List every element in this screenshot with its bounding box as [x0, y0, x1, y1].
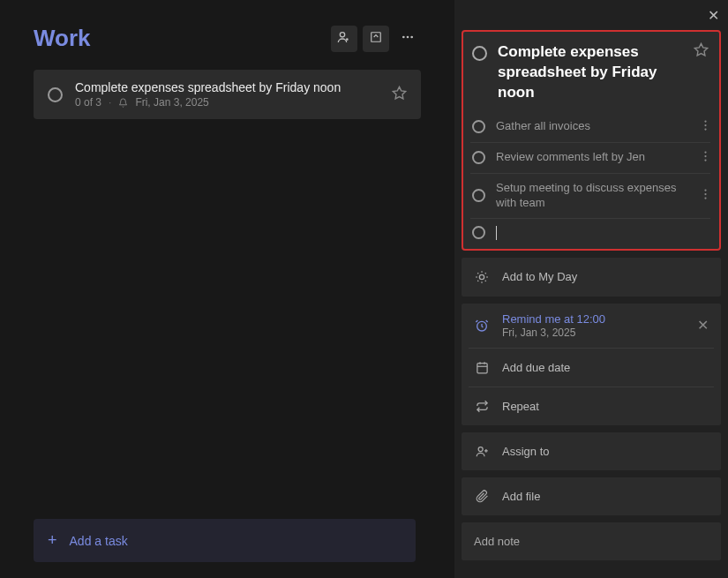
reminder-time: Remind me at 12:00 [502, 312, 685, 326]
svg-point-14 [704, 189, 706, 191]
step-circle [472, 226, 485, 239]
svg-point-31 [478, 447, 483, 451]
person-plus-icon [337, 30, 351, 48]
task-complete-circle[interactable] [48, 87, 63, 102]
svg-line-24 [477, 280, 478, 281]
person-plus-icon [474, 445, 490, 458]
remove-reminder-button[interactable]: ✕ [697, 317, 709, 334]
svg-rect-2 [372, 32, 381, 41]
add-to-my-day-label: Add to My Day [502, 270, 577, 283]
step-menu-button[interactable] [702, 150, 709, 166]
add-task-label: Add a task [70, 534, 128, 548]
alarm-icon [474, 319, 490, 333]
svg-point-8 [704, 120, 706, 122]
svg-point-15 [704, 193, 706, 195]
svg-point-5 [410, 35, 413, 38]
step-text: Setup meeting to discuss expenses with t… [496, 181, 692, 211]
add-task-bar[interactable]: + Add a task [34, 519, 416, 562]
share-button[interactable] [331, 26, 357, 52]
calendar-icon [474, 361, 490, 374]
add-to-my-day-row[interactable]: Add to My Day [462, 258, 721, 297]
repeat-label: Repeat [502, 400, 539, 413]
svg-point-10 [704, 128, 706, 130]
plus-icon: + [48, 531, 57, 550]
step-text: Gather all invoices [496, 119, 692, 134]
add-file-label: Add file [502, 490, 540, 503]
repeat-icon [474, 400, 490, 413]
svg-point-4 [407, 35, 409, 38]
due-date-label: Add due date [502, 361, 570, 374]
step-circle[interactable] [472, 151, 485, 164]
svg-rect-27 [477, 363, 486, 372]
task-title: Complete expenses spreadsheet by Friday … [75, 80, 379, 94]
task-item[interactable]: Complete expenses spreadsheet by Friday … [34, 70, 421, 119]
close-details-button[interactable]: ✕ [708, 7, 719, 24]
repeat-row[interactable]: Repeat [462, 387, 721, 425]
assign-row[interactable]: Assign to [462, 432, 721, 470]
detail-complete-circle[interactable] [472, 46, 487, 61]
assign-label: Assign to [502, 445, 549, 458]
bell-icon [118, 98, 128, 108]
reminder-row[interactable]: Remind me at 12:00 Fri, Jan 3, 2025 ✕ [462, 304, 721, 348]
reminder-date: Fri, Jan 3, 2025 [502, 327, 685, 339]
add-file-row[interactable]: Add file [462, 477, 721, 515]
step-item[interactable]: Review comments left by Jen [470, 143, 710, 174]
step-circle[interactable] [472, 189, 485, 202]
svg-point-16 [704, 197, 706, 199]
close-icon: ✕ [697, 318, 709, 333]
step-item[interactable]: Setup meeting to discuss expenses with t… [470, 174, 710, 219]
close-icon: ✕ [708, 8, 719, 23]
text-cursor [496, 226, 497, 240]
svg-point-3 [402, 35, 405, 38]
svg-point-9 [704, 124, 706, 126]
add-note-label: Add note [474, 535, 520, 548]
enter-full-screen-button[interactable] [363, 26, 389, 52]
detail-task-title[interactable]: Complete expenses spreadsheet by Friday … [498, 42, 683, 103]
due-date-row[interactable]: Add due date [462, 349, 721, 387]
step-text: Review comments left by Jen [496, 150, 692, 165]
svg-line-25 [485, 273, 486, 274]
step-item[interactable]: Gather all invoices [470, 112, 710, 143]
svg-point-17 [479, 274, 484, 279]
svg-point-13 [704, 159, 706, 161]
step-menu-button[interactable] [702, 119, 709, 135]
step-menu-button[interactable] [702, 188, 709, 204]
svg-marker-7 [694, 43, 707, 55]
sun-icon [474, 270, 490, 284]
star-icon[interactable] [694, 42, 709, 61]
attachment-icon [474, 490, 490, 503]
task-detail-card: Complete expenses spreadsheet by Friday … [462, 30, 721, 251]
svg-marker-6 [393, 86, 405, 98]
star-icon[interactable] [392, 86, 407, 104]
svg-point-1 [346, 38, 349, 41]
step-circle[interactable] [472, 120, 485, 133]
more-horizontal-icon [401, 30, 415, 48]
add-step-input[interactable] [470, 219, 710, 242]
task-meta: 0 of 3 · Fri, Jan 3, 2025 [75, 96, 379, 109]
expand-icon [370, 31, 382, 47]
list-title[interactable]: Work [34, 25, 91, 52]
svg-point-12 [704, 155, 706, 157]
svg-point-0 [340, 32, 344, 36]
svg-line-20 [477, 273, 478, 274]
svg-line-21 [485, 280, 486, 281]
svg-point-11 [704, 151, 706, 153]
more-options-button[interactable] [394, 26, 421, 52]
add-note-input[interactable]: Add note [462, 522, 721, 560]
